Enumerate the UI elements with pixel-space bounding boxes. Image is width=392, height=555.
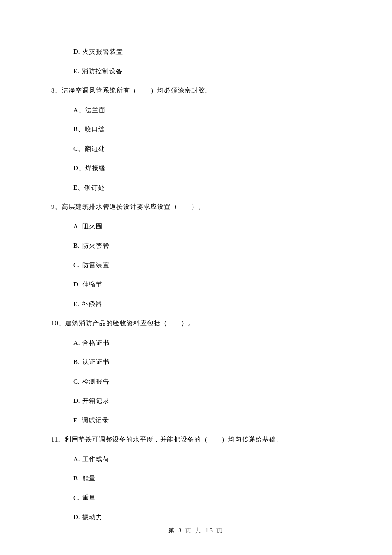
option-c: C. 防雷装置 [51, 260, 341, 270]
option-b: B. 防火套管 [51, 241, 341, 251]
option-a: A. 工作载荷 [51, 454, 341, 464]
page-footer: 第 3 页 共 16 页 [0, 527, 392, 535]
question-10: 10、建筑消防产品的验收资料应包括（ ）。 A. 合格证书 B. 认证证书 C.… [51, 318, 341, 425]
question-text: 9、高层建筑排水管道按设计要求应设置（ ）。 [51, 202, 341, 212]
option-e: E. 补偿器 [51, 299, 341, 309]
question-text: 10、建筑消防产品的验收资料应包括（ ）。 [51, 318, 341, 328]
option-c: C. 检测报告 [51, 377, 341, 387]
question-options: A. 工作载荷 B. 能量 C. 重量 D. 振动力 [51, 454, 341, 522]
option-a: A. 阻火圈 [51, 222, 341, 231]
option-e: E. 调试记录 [51, 416, 341, 425]
option-d: D. 开箱记录 [51, 396, 341, 406]
question-9: 9、高层建筑排水管道按设计要求应设置（ ）。 A. 阻火圈 B. 防火套管 C.… [51, 202, 341, 309]
question-text: 11、利用垫铁可调整设备的水平度，并能把设备的（ ）均匀传递给基础。 [51, 435, 341, 445]
option-c: C、翻边处 [51, 144, 341, 154]
option-c: C. 重量 [51, 493, 341, 503]
option-d: D. 振动力 [51, 512, 341, 522]
option-b: B、咬口缝 [51, 124, 341, 134]
option-d: D. 火灾报警装置 [51, 47, 341, 57]
option-b: B. 能量 [51, 474, 341, 483]
option-d: D. 伸缩节 [51, 280, 341, 289]
leading-options: D. 火灾报警装置 E. 消防控制设备 [51, 47, 341, 76]
question-11: 11、利用垫铁可调整设备的水平度，并能把设备的（ ）均匀传递给基础。 A. 工作… [51, 435, 341, 522]
question-options: A、法兰面 B、咬口缝 C、翻边处 D、焊接缝 E、铆钉处 [51, 105, 341, 193]
option-e: E、铆钉处 [51, 183, 341, 193]
question-text: 8、洁净空调风管系统所有（ ）均必须涂密封胶。 [51, 86, 341, 95]
option-d: D、焊接缝 [51, 163, 341, 173]
option-e: E. 消防控制设备 [51, 66, 341, 76]
option-a: A、法兰面 [51, 105, 341, 115]
option-a: A. 合格证书 [51, 338, 341, 348]
question-options: A. 阻火圈 B. 防火套管 C. 防雷装置 D. 伸缩节 E. 补偿器 [51, 222, 341, 309]
option-b: B. 认证证书 [51, 357, 341, 367]
question-8: 8、洁净空调风管系统所有（ ）均必须涂密封胶。 A、法兰面 B、咬口缝 C、翻边… [51, 86, 341, 192]
question-options: A. 合格证书 B. 认证证书 C. 检测报告 D. 开箱记录 E. 调试记录 [51, 338, 341, 425]
page-content: D. 火灾报警装置 E. 消防控制设备 8、洁净空调风管系统所有（ ）均必须涂密… [0, 0, 392, 522]
